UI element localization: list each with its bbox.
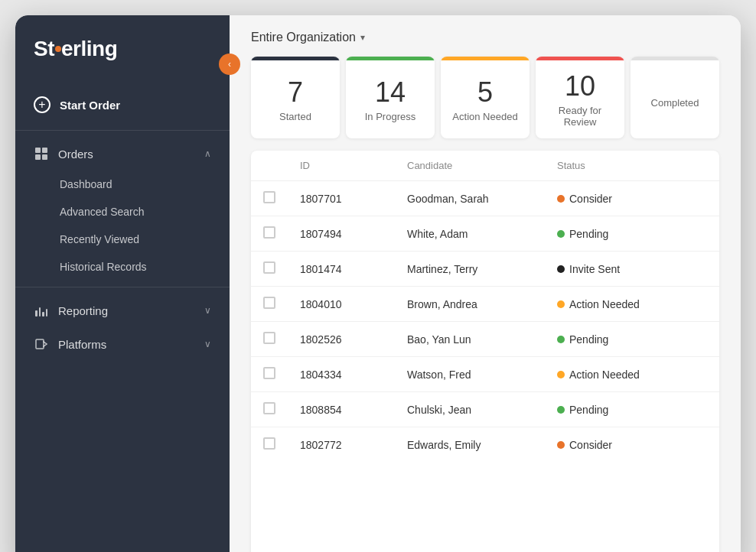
stat-number-action-needed: 5 [477,79,493,106]
row-candidate: Bao, Yan Lun [407,333,557,346]
checkbox-input[interactable] [263,332,275,344]
stat-label-completed: Completed [651,97,699,109]
checkbox-input[interactable] [263,367,275,379]
org-selector[interactable]: Entire Organization ▾ [251,31,365,44]
stat-card-action-needed[interactable]: 5 Action Needed [441,57,530,138]
sidebar-sub-item-advanced-search[interactable]: Advanced Search [15,198,230,226]
checkbox-input[interactable] [263,402,275,414]
status-dot-icon [557,265,565,273]
table-header: ID Candidate Status [251,151,719,181]
col-checkbox [263,160,300,171]
main-header: Entire Organization ▾ [230,15,741,57]
table-row[interactable]: 1807701 Goodman, Sarah Consider [251,181,719,216]
row-status: Action Needed [557,369,707,381]
table-row[interactable]: 1802772 Edwards, Emily Consider [251,427,719,462]
sidebar-item-orders[interactable]: Orders ∧ [15,137,230,170]
row-id: 1802526 [300,333,407,346]
nav-divider-2 [15,287,230,287]
logo-text: Sterling [34,37,117,61]
table-row[interactable]: 1802526 Bao, Yan Lun Pending [251,322,719,357]
table-body: 1807701 Goodman, Sarah Consider 1807494 … [251,181,719,462]
sidebar: Sterling ‹ + Start Order Orders [15,15,230,552]
table-row[interactable]: 1804334 Watson, Fred Action Needed [251,357,719,392]
orders-label: Orders [58,148,93,161]
sidebar-item-platforms[interactable]: Platforms ∨ [15,327,230,361]
status-label: Action Needed [569,369,640,381]
row-id: 1807494 [300,228,407,240]
table-row[interactable]: 1808854 Chulski, Jean Pending [251,392,719,427]
table-row[interactable]: 1807494 White, Adam Pending [251,216,719,252]
svg-rect-0 [36,339,44,349]
status-label: Consider [569,439,612,451]
col-id-header: ID [300,160,407,171]
start-order-label: Start Order [60,99,120,112]
chevron-up-icon: ∧ [204,148,211,159]
checkbox-input[interactable] [263,261,275,274]
row-status: Consider [557,439,707,451]
start-order-button[interactable]: + Start Order [15,86,230,124]
sidebar-collapse-button[interactable]: ‹ [219,54,240,75]
col-candidate-header: Candidate [407,160,557,171]
checkbox-input[interactable] [263,191,275,203]
row-id: 1801474 [300,263,407,275]
status-dot-icon [557,336,565,343]
row-status: Consider [557,193,707,205]
row-checkbox[interactable] [263,191,300,206]
col-status-header: Status [557,160,707,171]
checkbox-input[interactable] [263,437,275,450]
stat-number-in-progress: 14 [375,79,406,106]
row-id: 1804010 [300,298,407,310]
table-row[interactable]: 1801474 Martinez, Terry Invite Sent [251,252,719,287]
sidebar-sub-item-recently-viewed[interactable]: Recently Viewed [15,226,230,253]
stat-number-ready-for-review: 10 [565,73,595,100]
row-checkbox[interactable] [263,367,300,382]
platforms-icon [34,336,49,352]
stat-card-in-progress[interactable]: 14 In Progress [346,57,435,138]
row-id: 1808854 [300,404,407,416]
plus-icon: + [34,96,51,113]
nav-divider [15,130,230,131]
status-dot-icon [557,406,565,414]
row-candidate: Edwards, Emily [407,439,557,451]
row-id: 1802772 [300,439,407,451]
status-dot-icon [557,195,565,203]
org-selector-label: Entire Organization [251,31,356,44]
row-status: Pending [557,333,707,346]
status-label: Pending [569,228,608,240]
row-checkbox[interactable] [263,226,300,241]
stat-card-completed[interactable]: Completed [631,57,719,138]
row-checkbox[interactable] [263,437,300,452]
status-label: Consider [569,193,612,205]
row-checkbox[interactable] [263,402,300,417]
status-label: Invite Sent [569,263,620,275]
logo-dot [55,46,61,52]
stat-card-ready-for-review[interactable]: 10 Ready for Review [536,57,624,138]
app-container: Sterling ‹ + Start Order Orders [15,15,741,552]
checkbox-input[interactable] [263,297,275,309]
row-candidate: Martinez, Terry [407,263,557,275]
stat-label-started: Started [279,111,311,122]
row-checkbox[interactable] [263,297,300,311]
row-candidate: Goodman, Sarah [407,193,557,205]
row-status: Invite Sent [557,263,707,275]
status-dot-icon [557,230,565,238]
stat-card-started[interactable]: 7 Started [251,57,340,138]
reporting-label: Reporting [58,304,108,317]
sidebar-sub-item-dashboard[interactable]: Dashboard [15,170,230,198]
checkbox-input[interactable] [263,226,275,239]
row-status: Pending [557,228,707,240]
row-candidate: Chulski, Jean [407,404,557,416]
sidebar-item-reporting[interactable]: Reporting ∨ [15,294,230,327]
row-status: Pending [557,404,707,416]
row-candidate: Watson, Fred [407,369,557,381]
table-row[interactable]: 1804010 Brown, Andrea Action Needed [251,287,719,322]
chevron-down-icon-platforms: ∨ [204,339,211,349]
stats-row: 7 Started 14 In Progress 5 Action Needed [230,57,741,151]
chevron-down-icon-reporting: ∨ [204,305,211,316]
status-label: Action Needed [569,298,640,310]
status-dot-icon [557,441,565,449]
row-checkbox[interactable] [263,261,300,276]
sidebar-sub-item-historical-records[interactable]: Historical Records [15,253,230,281]
row-checkbox[interactable] [263,332,300,346]
bar-chart-icon [34,303,49,318]
